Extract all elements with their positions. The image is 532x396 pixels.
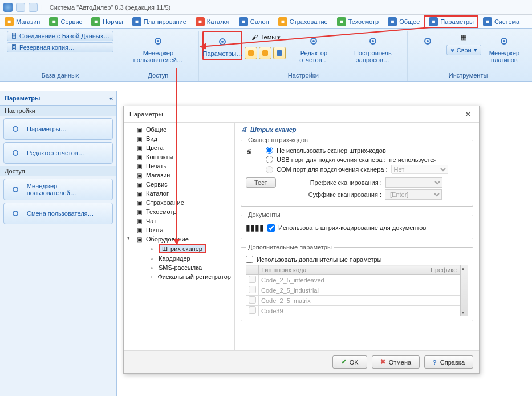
documents-fieldset: Документы ▮▮▮▮ Использовать штрих-кодиро… [241,211,473,239]
row-checkbox[interactable] [249,286,256,293]
theme-swatch[interactable] [245,47,257,59]
suffix-select[interactable]: [Enter] [385,189,442,200]
chevron-down-icon: ▾ [277,34,281,41]
tree-item[interactable]: ▣Сервис [125,180,233,189]
tree-icon: ▫ [148,254,156,262]
suffix-label: Суффикс сканирования : [279,191,381,198]
tab-label: Салон [250,18,269,25]
extra-legend: Дополнительные параметры [246,244,334,250]
ribbon-btn[interactable]: Параметры… [202,31,242,60]
col-type: Тип штрих кода [259,265,428,275]
table-scrollbar[interactable] [460,265,468,316]
tree-icon: ▫ [148,273,155,281]
help-button[interactable]: ?Справка [424,355,473,369]
row-checkbox[interactable] [249,296,256,304]
com-port-select[interactable]: Нет [391,165,448,174]
tab-салон[interactable]: ■Салон [234,15,274,28]
tree-item[interactable]: ▣Общие [125,125,233,134]
cancel-button[interactable]: ✖Отмена [372,355,420,369]
ribbon-group-label: База данных [42,71,79,81]
tab-icon: ■ [239,17,248,26]
theme-swatch[interactable] [273,47,286,59]
leftpane-button[interactable]: Параметры… [3,118,113,140]
tree-item[interactable]: ▣Страхование [125,198,233,207]
prefix-label: Префикс сканирования : [279,179,382,186]
tree-item[interactable]: ▣Оборудование [125,235,233,244]
tab-техосмотр[interactable]: ■Техосмотр [332,15,384,28]
extra-check-label: Использовать дополнительные параметры [257,256,382,263]
tree-item[interactable]: ▫SMS-рассылка [125,263,233,272]
calc-icon[interactable]: ▦ [446,31,481,43]
documents-checkbox[interactable] [267,224,275,232]
theme-swatch[interactable] [259,47,271,59]
barcode-icon: ▮▮▮▮ [246,223,264,232]
tree-item[interactable]: ▣Почта [125,225,233,235]
tree-item[interactable]: ▫Фискальный регистратор [125,272,233,281]
tab-icon: ■ [337,17,346,26]
ribbon-btn[interactable]: Менеджер пользователей… [121,31,195,66]
tab-label: Сервис [60,18,82,25]
tree-item[interactable]: ▣Цвета [125,143,233,152]
tab-каталог[interactable]: ■Каталог [191,15,234,28]
gear-icon [9,207,22,220]
svoi-dropdown[interactable]: ♥Свои▾ [446,45,481,55]
tree-item[interactable]: ▣Контакты [125,152,233,161]
tree-item[interactable]: ▣Магазин [125,171,233,180]
tree-item[interactable]: ▣Вид [125,134,233,143]
tab-нормы[interactable]: ■Нормы [87,15,128,28]
tree-item[interactable]: ▫Штрих сканер [125,244,233,254]
leftpane-section-header: Настройки [0,106,116,116]
tab-label: Общее [399,18,420,25]
db-icon: 🗄 [11,33,17,39]
tab-планирование[interactable]: ■Планирование [128,15,191,28]
qat-icon-1[interactable] [16,3,25,12]
leftpane-button[interactable]: Редактор отчетов… [3,142,113,164]
test-button[interactable]: Тест [246,177,276,188]
ribbon-group-label: Настройки [288,71,319,81]
tree-item[interactable]: ▫Кардридер [125,254,233,263]
ribbon-smallbtn[interactable]: 🗄Соединение с Базой Данных… [7,31,113,41]
close-icon[interactable]: ✕ [463,110,473,119]
qat-icon-2[interactable] [29,3,38,12]
leftpane-button[interactable]: Смена пользователя… [3,203,113,224]
row-checkbox[interactable] [249,276,256,283]
table-row: Code39 [246,306,468,316]
tree-icon: ▫ [148,264,156,272]
chevron-down-icon: ▾ [474,46,477,54]
themes-dropdown[interactable]: 🖌Темы▾ [245,31,286,43]
tree-icon: ▣ [135,135,143,143]
tab-icon: ■ [196,17,205,26]
extra-checkbox[interactable] [246,256,253,263]
scanner-radio[interactable] [266,166,273,173]
tree-item[interactable]: ▣Печать [125,161,233,171]
tab-общее[interactable]: ■Общее [383,15,424,28]
tab-сервис[interactable]: ■Сервис [44,15,87,28]
tree-item[interactable]: ▣Чат [125,216,233,225]
tab-strip: ■Магазин■Сервис■Нормы■Планирование■Катал… [0,15,532,29]
ribbon-btn[interactable] [411,31,444,52]
leftpane-button[interactable]: Менеджер пользователей… [3,179,113,200]
ribbon-smallbtn[interactable]: 🗄Резервная копия… [7,42,113,52]
scanner-radio[interactable] [266,156,273,163]
tree-item[interactable]: ▣Каталог [125,189,233,198]
ok-button[interactable]: ✔OK [332,355,367,369]
tab-icon: ■ [429,17,438,26]
row-checkbox[interactable] [249,306,256,314]
tab-система[interactable]: ■Система [478,15,524,28]
tab-магазин[interactable]: ■Магазин [0,15,44,28]
scanner-radio[interactable] [266,147,273,154]
ribbon-btn[interactable]: Редактор отчетов… [288,31,339,66]
ribbon-btn[interactable]: Менеджер плагинов [484,31,525,66]
tree-icon: ▣ [135,208,143,216]
svg-point-13 [13,151,18,155]
svg-point-14 [13,187,18,192]
tab-параметры[interactable]: ■Параметры [424,15,478,28]
tab-страхование[interactable]: ■Страхование [274,15,332,28]
ribbon-btn[interactable]: Построитель запросов… [342,31,404,66]
tab-label: Нормы [103,18,123,25]
tree-item[interactable]: ▣Техосмотр [125,207,233,216]
gear-icon [9,183,22,196]
tab-label: Планирование [144,18,186,25]
collapse-icon[interactable]: « [109,95,112,102]
prefix-select[interactable] [385,177,442,188]
